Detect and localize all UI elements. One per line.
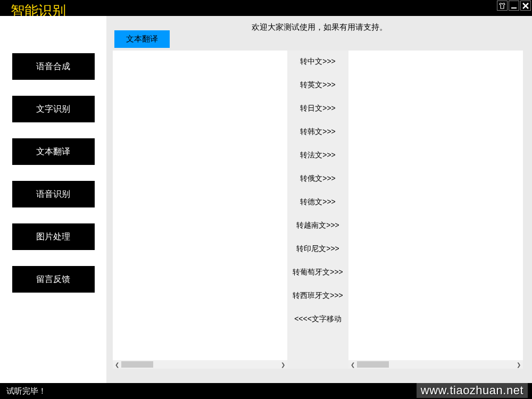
status-text: 试听完毕！ — [6, 386, 46, 396]
window-controls — [497, 0, 532, 11]
sidebar-item-feedback[interactable]: 留言反馈 — [12, 266, 95, 293]
tab-text-translation[interactable]: 文本翻译 — [114, 30, 170, 48]
source-text-panel[interactable]: ❮ ❯ — [113, 51, 287, 369]
language-selector-panel: 转中文>>> 转英文>>> 转日文>>> 转韩文>>> 转法文>>> 转俄文>>… — [287, 51, 348, 369]
lang-btn-vietnamese[interactable]: 转越南文>>> — [296, 221, 339, 230]
sidebar-item-text-translation[interactable]: 文本翻译 — [12, 138, 95, 165]
scroll-thumb[interactable] — [121, 361, 153, 368]
lang-btn-portuguese[interactable]: 转葡萄牙文>>> — [293, 268, 343, 277]
content-area: 欢迎大家测试使用，如果有用请支持。 文本翻译 ❮ ❯ 转中文>>> 转英文>>>… — [106, 16, 532, 383]
minimize-button[interactable] — [509, 1, 519, 11]
close-button[interactable] — [520, 1, 531, 11]
lang-btn-german[interactable]: 转德文>>> — [300, 197, 336, 207]
scroll-left-arrow-icon[interactable]: ❮ — [348, 360, 357, 369]
sidebar-item-text-recognition[interactable]: 文字识别 — [12, 96, 95, 122]
scroll-left-arrow-icon[interactable]: ❮ — [113, 360, 121, 369]
lang-btn-text-move[interactable]: <<<<文字移动 — [294, 314, 342, 324]
sidebar: 语音合成 文字识别 文本翻译 语音识别 图片处理 留言反馈 — [0, 16, 106, 383]
scrollbar-horizontal-right: ❮ ❯ — [348, 360, 523, 369]
main-area: 语音合成 文字识别 文本翻译 语音识别 图片处理 留言反馈 欢迎大家测试使用，如… — [0, 16, 532, 383]
welcome-text: 欢迎大家测试使用，如果有用请支持。 — [252, 22, 387, 32]
scroll-right-arrow-icon[interactable]: ❯ — [279, 360, 287, 369]
scroll-thumb[interactable] — [357, 361, 389, 368]
lang-btn-russian[interactable]: 转俄文>>> — [300, 174, 336, 184]
lang-btn-french[interactable]: 转法文>>> — [300, 151, 336, 160]
titlebar: 智能识别 — [0, 0, 532, 16]
sidebar-item-image-processing[interactable]: 图片处理 — [12, 223, 95, 250]
shirt-icon-button[interactable] — [497, 1, 508, 11]
lang-btn-indonesian[interactable]: 转印尼文>>> — [296, 244, 339, 254]
svg-rect-0 — [511, 7, 517, 9]
target-text-panel[interactable]: ❮ ❯ — [348, 51, 523, 369]
lang-btn-spanish[interactable]: 转西班牙文>>> — [293, 291, 343, 301]
watermark: www.tiaozhuan.net — [417, 383, 528, 398]
lang-btn-english[interactable]: 转英文>>> — [300, 80, 336, 90]
scrollbar-horizontal-left: ❮ ❯ — [113, 360, 287, 369]
panels: ❮ ❯ 转中文>>> 转英文>>> 转日文>>> 转韩文>>> 转法文>>> 转… — [106, 48, 532, 383]
lang-btn-japanese[interactable]: 转日文>>> — [300, 104, 336, 113]
scroll-track[interactable] — [121, 360, 279, 369]
lang-btn-chinese[interactable]: 转中文>>> — [300, 57, 336, 66]
sidebar-item-voice-recognition[interactable]: 语音识别 — [12, 181, 95, 207]
sidebar-item-voice-synthesis[interactable]: 语音合成 — [12, 53, 95, 80]
scroll-track[interactable] — [357, 360, 514, 369]
lang-btn-korean[interactable]: 转韩文>>> — [300, 127, 336, 137]
scroll-right-arrow-icon[interactable]: ❯ — [514, 360, 523, 369]
content-header: 欢迎大家测试使用，如果有用请支持。 文本翻译 — [106, 16, 532, 48]
